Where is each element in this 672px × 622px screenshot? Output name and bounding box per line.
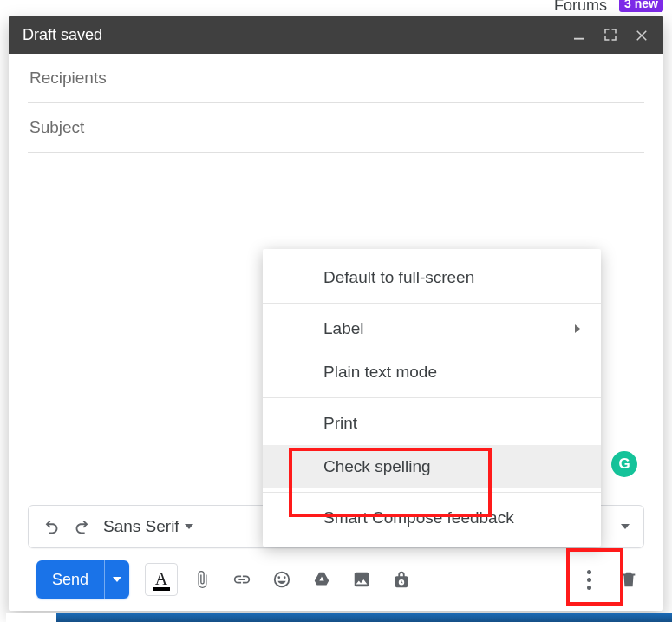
recipients-field-row (28, 54, 644, 103)
more-options-menu: Default to full-screen Label Plain text … (263, 249, 601, 547)
svg-rect-0 (574, 38, 584, 40)
menu-item-label[interactable]: Label (263, 307, 601, 350)
forums-new-badge: 3 new (619, 0, 663, 12)
dots-icon (587, 570, 591, 574)
link-icon (232, 570, 251, 589)
background-taskbar (6, 613, 672, 622)
window-title: Draft saved (23, 26, 102, 44)
insert-link-button[interactable] (226, 564, 258, 595)
paperclip-icon (192, 570, 212, 589)
menu-item-print[interactable]: Print (263, 402, 601, 445)
menu-item-smart-compose-feedback[interactable]: Smart Compose feedback (263, 496, 601, 540)
menu-item-label: Smart Compose feedback (323, 508, 514, 527)
chevron-right-icon (575, 324, 580, 333)
subject-input[interactable] (28, 117, 648, 138)
redo-button[interactable] (67, 512, 96, 541)
menu-divider (263, 492, 601, 493)
expand-icon (603, 27, 618, 43)
undo-icon (42, 517, 62, 536)
chevron-down-icon (185, 524, 193, 529)
minimize-icon (571, 27, 587, 43)
lock-clock-icon (392, 570, 411, 589)
menu-item-label: Check spelling (323, 457, 431, 475)
menu-item-label: Plain text mode (323, 363, 437, 381)
menu-item-label: Default to full-screen (323, 268, 474, 286)
grammarly-letter: G (618, 455, 630, 473)
text-color-underline (153, 587, 170, 591)
text-color-letter: A (155, 569, 167, 589)
undo-button[interactable] (37, 512, 67, 541)
window-controls (571, 27, 649, 43)
dots-icon (587, 586, 591, 590)
attach-file-button[interactable] (186, 564, 218, 595)
discard-draft-button[interactable] (613, 564, 644, 595)
forums-link[interactable]: Forums (554, 0, 607, 15)
menu-item-label: Label (323, 319, 364, 337)
minimize-button[interactable] (571, 27, 587, 43)
recipients-input[interactable] (28, 68, 648, 88)
grammarly-badge[interactable]: G (611, 451, 637, 477)
send-options-button[interactable] (104, 560, 129, 599)
action-row: Send A (9, 548, 663, 611)
font-family-picker[interactable]: Sans Serif (96, 517, 200, 536)
emoji-icon (272, 570, 291, 589)
redo-icon (72, 517, 91, 536)
menu-item-plain-text[interactable]: Plain text mode (263, 350, 601, 394)
header-fields (9, 54, 663, 153)
insert-photo-button[interactable] (346, 564, 377, 595)
send-button[interactable]: Send (36, 560, 104, 599)
menu-divider (263, 303, 601, 304)
menu-item-check-spelling[interactable]: Check spelling (263, 445, 601, 488)
titlebar: Draft saved (9, 16, 663, 54)
trash-icon (619, 570, 638, 589)
background-header: Forums 3 new (0, 0, 672, 10)
close-button[interactable] (634, 27, 649, 43)
insert-drive-button[interactable] (306, 564, 337, 595)
menu-divider (263, 397, 601, 398)
font-family-label: Sans Serif (103, 517, 179, 536)
dots-icon (587, 578, 591, 582)
drive-icon (312, 570, 331, 589)
image-icon (352, 570, 371, 589)
insert-emoji-button[interactable] (266, 564, 297, 595)
text-color-button[interactable]: A (145, 563, 178, 596)
more-options-button[interactable] (573, 564, 604, 595)
menu-item-label: Print (323, 414, 357, 432)
close-icon (634, 26, 649, 43)
send-button-group: Send (36, 560, 129, 599)
fullscreen-button[interactable] (603, 27, 618, 43)
more-formatting-button[interactable] (621, 524, 630, 529)
chevron-down-icon (113, 577, 121, 582)
menu-item-default-fullscreen[interactable]: Default to full-screen (263, 256, 601, 299)
confidential-mode-button[interactable] (386, 564, 417, 595)
subject-field-row (28, 103, 644, 153)
